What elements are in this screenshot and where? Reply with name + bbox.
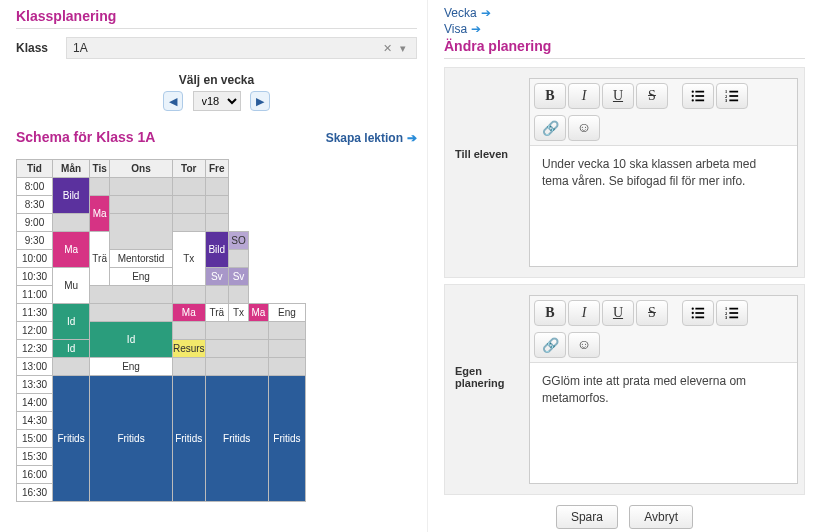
lesson-cell[interactable]: Bild (53, 178, 90, 214)
next-week-button[interactable]: ▶ (250, 91, 270, 111)
lesson-cell[interactable] (110, 214, 173, 250)
clear-icon[interactable]: ✕ (379, 42, 396, 55)
underline-icon[interactable]: U (602, 300, 634, 326)
lesson-cell[interactable]: Eng (268, 304, 305, 322)
lesson-cell[interactable] (205, 358, 268, 376)
lesson-cell[interactable]: Sv (205, 268, 228, 286)
lesson-cell[interactable] (228, 250, 248, 268)
lesson-cell[interactable]: Id (90, 322, 173, 358)
lesson-cell[interactable]: Fritids (205, 376, 268, 502)
editor-text[interactable]: Under vecka 10 ska klassen arbeta med te… (530, 146, 797, 266)
link-icon[interactable]: 🔗 (534, 115, 566, 141)
lesson-cell[interactable] (53, 214, 90, 232)
svg-rect-19 (729, 308, 738, 310)
editor-own[interactable]: B I U S 123 🔗 ☺ GGlöm inte att prata med (529, 295, 798, 484)
lesson-cell[interactable]: Sv (228, 268, 248, 286)
lesson-cell[interactable]: Ma (172, 304, 205, 322)
dropdown-icon[interactable]: ▾ (396, 42, 410, 55)
lesson-cell[interactable]: Mentorstid (110, 250, 173, 268)
svg-rect-17 (695, 317, 704, 319)
lesson-cell[interactable] (205, 286, 228, 304)
lesson-cell[interactable] (172, 358, 205, 376)
save-button[interactable]: Spara (556, 505, 618, 529)
lesson-cell[interactable]: Fritids (172, 376, 205, 502)
number-list-icon[interactable]: 123 (716, 300, 748, 326)
svg-point-0 (692, 90, 694, 92)
svg-rect-13 (695, 308, 704, 310)
lesson-cell[interactable]: Id (53, 304, 90, 340)
bullet-list-icon[interactable] (682, 300, 714, 326)
lesson-cell[interactable] (172, 178, 205, 196)
lesson-cell[interactable] (172, 322, 205, 340)
lesson-cell[interactable] (172, 286, 205, 304)
create-lesson-link[interactable]: Skapa lektion ➔ (326, 131, 417, 145)
lesson-cell[interactable]: Ma (53, 232, 90, 268)
lesson-cell[interactable] (268, 322, 305, 340)
lesson-cell[interactable] (110, 178, 173, 196)
klass-select[interactable]: 1A ✕ ▾ (66, 37, 417, 59)
underline-icon[interactable]: U (602, 83, 634, 109)
lesson-cell[interactable] (205, 340, 268, 358)
lesson-cell[interactable] (205, 214, 228, 232)
week-select[interactable]: v18 (193, 91, 241, 111)
lesson-cell[interactable]: Id (53, 340, 90, 358)
klass-value: 1A (73, 41, 379, 55)
lesson-cell[interactable] (53, 358, 90, 376)
number-list-icon[interactable]: 123 (716, 83, 748, 109)
lesson-cell[interactable] (228, 286, 248, 304)
link-icon[interactable]: 🔗 (534, 332, 566, 358)
lesson-cell[interactable]: SO (228, 232, 248, 250)
svg-rect-5 (695, 100, 704, 102)
lesson-cell[interactable] (90, 304, 173, 322)
editor-text[interactable]: GGlöm inte att prata med eleverna om met… (530, 363, 797, 483)
week-link[interactable]: Vecka➔ (444, 6, 805, 20)
arrow-right-icon: ➔ (407, 131, 417, 145)
lesson-cell[interactable]: Eng (110, 268, 173, 286)
lesson-cell[interactable]: Fritids (90, 376, 173, 502)
lesson-cell[interactable] (268, 358, 305, 376)
svg-text:3: 3 (725, 315, 728, 320)
lesson-cell[interactable] (172, 196, 205, 214)
lesson-cell[interactable] (110, 196, 173, 214)
lesson-cell[interactable]: Mu (53, 268, 90, 304)
lesson-cell[interactable]: Trä (90, 232, 110, 286)
svg-rect-23 (729, 317, 738, 319)
lesson-cell[interactable]: Fritids (53, 376, 90, 502)
lesson-cell[interactable] (90, 286, 173, 304)
lesson-cell[interactable]: Tx (172, 232, 205, 286)
schedule-table: Tid Mån Tis Ons Tor Fre 8:00 Bild 8:30 M… (16, 159, 306, 502)
italic-icon[interactable]: I (568, 300, 600, 326)
lesson-cell[interactable]: Fritids (268, 376, 305, 502)
lesson-cell[interactable] (205, 322, 268, 340)
lesson-cell[interactable] (172, 214, 205, 232)
lesson-cell[interactable] (205, 196, 228, 214)
field-label-student: Till eleven (455, 78, 529, 267)
schedule-title: Schema för Klass 1A (16, 129, 155, 145)
emoji-icon[interactable]: ☺ (568, 115, 600, 141)
lesson-cell[interactable]: Eng (90, 358, 173, 376)
edit-planning-title: Ändra planering (444, 38, 805, 59)
svg-rect-11 (729, 100, 738, 102)
lesson-cell[interactable] (205, 178, 228, 196)
bold-icon[interactable]: B (534, 83, 566, 109)
lesson-cell[interactable]: Ma (90, 196, 110, 232)
svg-point-16 (692, 316, 694, 318)
editor-student[interactable]: B I U S 123 🔗 ☺ Under vecka 10 ska klass… (529, 78, 798, 267)
show-link[interactable]: Visa➔ (444, 22, 805, 36)
lesson-cell[interactable] (90, 178, 110, 196)
lesson-cell[interactable] (268, 340, 305, 358)
bold-icon[interactable]: B (534, 300, 566, 326)
lesson-cell[interactable]: Bild (205, 232, 228, 268)
prev-week-button[interactable]: ◀ (163, 91, 183, 111)
arrow-right-icon: ➔ (471, 22, 481, 36)
cancel-button[interactable]: Avbryt (629, 505, 693, 529)
arrow-right-icon: ➔ (481, 6, 491, 20)
klass-label: Klass (16, 41, 48, 55)
svg-rect-7 (729, 91, 738, 93)
strike-icon[interactable]: S (636, 83, 668, 109)
italic-icon[interactable]: I (568, 83, 600, 109)
strike-icon[interactable]: S (636, 300, 668, 326)
bullet-list-icon[interactable] (682, 83, 714, 109)
lesson-cell[interactable]: Resurs (172, 340, 205, 358)
emoji-icon[interactable]: ☺ (568, 332, 600, 358)
